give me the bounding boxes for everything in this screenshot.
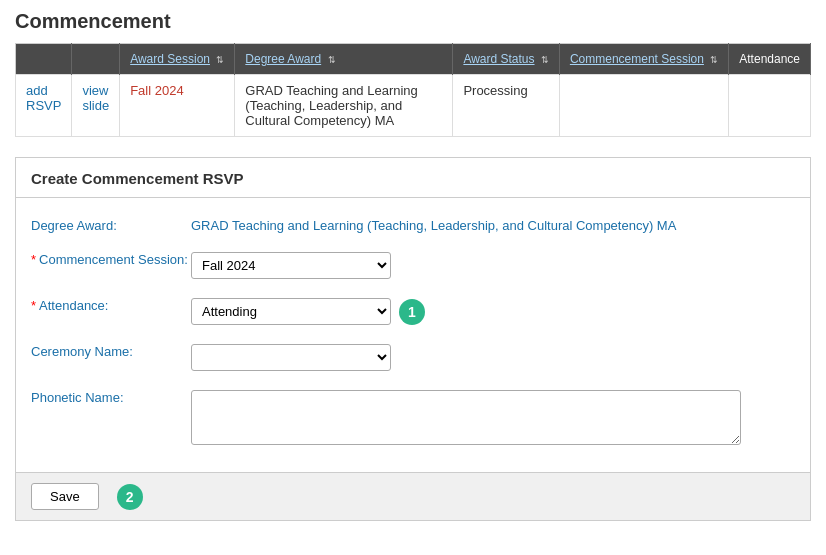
table-row: add RSVP view slide Fall 2024 GRAD Teach… — [16, 75, 811, 137]
attendance-row-inner: Attending Not Attending 1 — [191, 298, 795, 325]
cell-commencement-session — [559, 75, 728, 137]
col-header-degree-award: Degree Award ⇅ — [235, 44, 453, 75]
attendance-select[interactable]: Attending Not Attending — [191, 298, 391, 325]
commencement-session-label: *Commencement Session: — [31, 247, 191, 267]
phonetic-name-row: Phonetic Name: — [31, 385, 795, 448]
award-status-sort-link[interactable]: Award Status — [463, 52, 534, 66]
commencement-session-sort-link[interactable]: Commencement Session — [570, 52, 704, 66]
cell-link2: view slide — [72, 75, 120, 137]
col-header-actions2 — [72, 44, 120, 75]
cell-award-session: Fall 2024 — [120, 75, 235, 137]
award-session-sort-link[interactable]: Award Session — [130, 52, 210, 66]
attendance-field: Attending Not Attending 1 — [191, 293, 795, 325]
cell-degree-award: GRAD Teaching and Learning (Teaching, Le… — [235, 75, 453, 137]
degree-award-label: Degree Award: — [31, 213, 191, 233]
create-rsvp-form: Create Commencement RSVP Degree Award: G… — [15, 157, 811, 521]
ceremony-name-row: Ceremony Name: — [31, 339, 795, 371]
award-session-sort-icon: ⇅ — [216, 55, 224, 65]
ceremony-name-select[interactable] — [191, 344, 391, 371]
commencement-session-select[interactable]: Fall 2024 — [191, 252, 391, 279]
commencement-session-row: *Commencement Session: Fall 2024 — [31, 247, 795, 279]
cell-link1: add RSVP — [16, 75, 72, 137]
award-status-sort-icon: ⇅ — [541, 55, 549, 65]
phonetic-name-label: Phonetic Name: — [31, 385, 191, 405]
required-star-session: * — [31, 252, 36, 267]
save-button[interactable]: Save — [31, 483, 99, 510]
page-title: Commencement — [15, 10, 811, 33]
degree-award-display: GRAD Teaching and Learning (Teaching, Le… — [191, 213, 795, 233]
form-body: Degree Award: GRAD Teaching and Learning… — [16, 198, 810, 472]
col-header-award-status: Award Status ⇅ — [453, 44, 560, 75]
form-footer: Save 2 — [16, 472, 810, 520]
col-header-actions1 — [16, 44, 72, 75]
degree-award-value: GRAD Teaching and Learning (Teaching, Le… — [245, 83, 418, 128]
phonetic-name-textarea[interactable] — [191, 390, 741, 445]
view-slide-link[interactable]: view slide — [82, 83, 109, 113]
award-session-value: Fall 2024 — [130, 83, 183, 98]
award-status-value: Processing — [463, 83, 527, 98]
cell-attendance — [729, 75, 811, 137]
attendance-col-label: Attendance — [739, 52, 800, 66]
degree-award-sort-icon: ⇅ — [328, 55, 336, 65]
col-header-attendance: Attendance — [729, 44, 811, 75]
degree-award-sort-link[interactable]: Degree Award — [245, 52, 321, 66]
commencement-session-sort-icon: ⇅ — [710, 55, 718, 65]
phonetic-name-field — [191, 385, 795, 448]
required-star-attendance: * — [31, 298, 36, 313]
add-rsvp-link[interactable]: add RSVP — [26, 83, 61, 113]
col-header-commencement-session: Commencement Session ⇅ — [559, 44, 728, 75]
form-section-title: Create Commencement RSVP — [16, 158, 810, 198]
degree-award-row: Degree Award: GRAD Teaching and Learning… — [31, 213, 795, 233]
ceremony-name-label: Ceremony Name: — [31, 339, 191, 359]
attendance-row: *Attendance: Attending Not Attending 1 — [31, 293, 795, 325]
cell-award-status: Processing — [453, 75, 560, 137]
ceremony-name-field — [191, 339, 795, 371]
attendance-label: *Attendance: — [31, 293, 191, 313]
col-header-award-session: Award Session ⇅ — [120, 44, 235, 75]
commencement-table: Award Session ⇅ Degree Award ⇅ Award Sta… — [15, 43, 811, 137]
save-badge: 2 — [117, 484, 143, 510]
commencement-session-field: Fall 2024 — [191, 247, 795, 279]
attendance-badge: 1 — [399, 299, 425, 325]
page-wrapper: Commencement Award Session ⇅ Degree Awar… — [0, 0, 826, 531]
